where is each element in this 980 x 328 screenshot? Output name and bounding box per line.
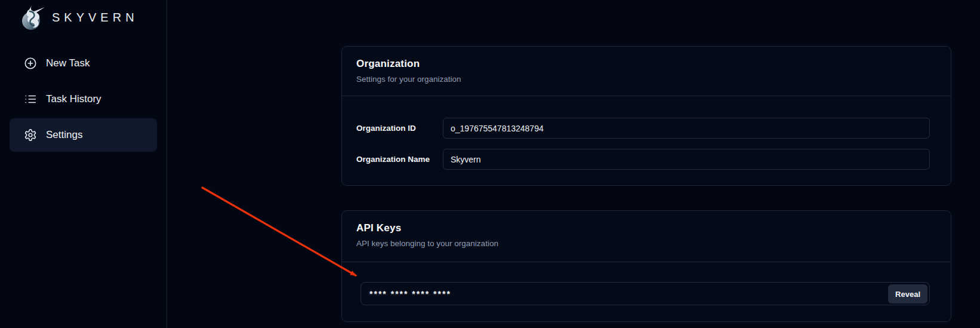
api-keys-card-header: API Keys API keys belonging to your orga…: [342, 211, 951, 262]
organization-name-input[interactable]: [443, 149, 930, 170]
plus-circle-icon: [24, 57, 37, 70]
organization-name-label: Organization Name: [356, 155, 443, 164]
organization-card-header: Organization Settings for your organizat…: [342, 47, 951, 96]
skyvern-dragon-icon: [18, 3, 48, 33]
api-keys-card-title: API Keys: [356, 222, 936, 234]
skyvern-logo[interactable]: SKYVERN: [0, 0, 167, 33]
api-keys-card-body: **** **** **** **** Reveal: [342, 262, 951, 305]
organization-card-body: Organization ID Organization Name: [342, 96, 951, 170]
organization-name-row: Organization Name: [356, 149, 930, 170]
skyvern-logo-text: SKYVERN: [52, 11, 138, 24]
gear-icon: [24, 128, 37, 142]
organization-card-title: Organization: [356, 58, 936, 70]
api-keys-card: API Keys API keys belonging to your orga…: [341, 210, 951, 322]
organization-card: Organization Settings for your organizat…: [341, 46, 951, 186]
sidebar-nav: New Task Task History: [10, 47, 157, 152]
organization-card-subtitle: Settings for your organization: [356, 75, 936, 84]
organization-id-label: Organization ID: [356, 124, 443, 133]
sidebar-item-task-history[interactable]: Task History: [10, 82, 157, 116]
reveal-button[interactable]: Reveal: [888, 284, 927, 304]
organization-id-row: Organization ID: [356, 118, 930, 139]
organization-id-input[interactable]: [443, 118, 930, 139]
api-keys-card-subtitle: API keys belonging to your organization: [356, 239, 936, 248]
settings-page: SKYVERN New Task: [0, 0, 980, 328]
sidebar-item-label: Task History: [46, 93, 101, 105]
api-key-field[interactable]: **** **** **** **** Reveal: [360, 282, 930, 305]
sidebar-item-label: Settings: [46, 129, 82, 141]
sidebar: SKYVERN New Task: [0, 0, 167, 328]
sidebar-item-settings[interactable]: Settings: [10, 118, 157, 152]
list-icon: [24, 93, 37, 106]
api-key-masked-value: **** **** **** ****: [369, 289, 451, 299]
sidebar-item-new-task[interactable]: New Task: [10, 47, 157, 80]
sidebar-item-label: New Task: [46, 57, 90, 69]
